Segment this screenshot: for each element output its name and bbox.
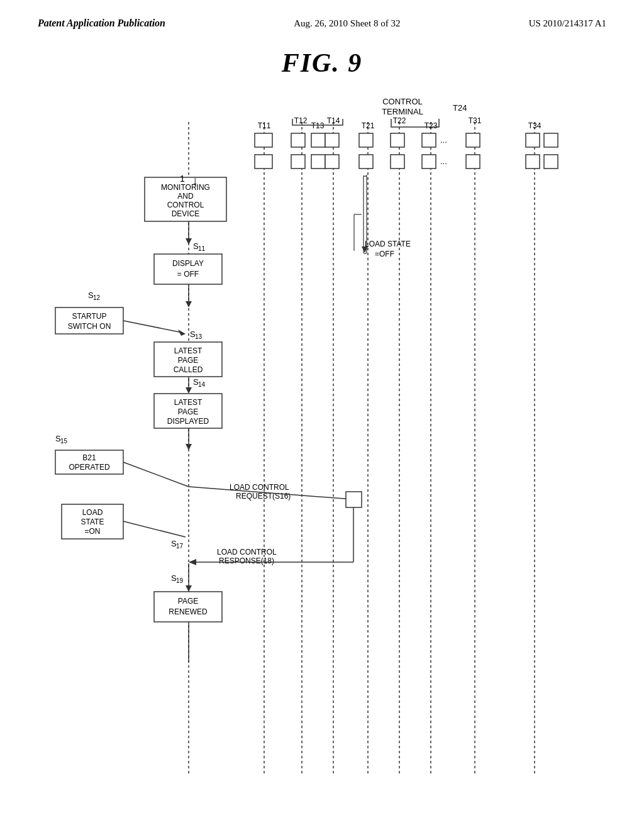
svg-rect-16 bbox=[466, 133, 480, 147]
svg-marker-37 bbox=[178, 329, 186, 336]
latest-page-disp3: DISPLAYED bbox=[167, 417, 209, 426]
b21-operated1: B21 bbox=[82, 453, 96, 462]
t22-label: T22 bbox=[393, 116, 406, 125]
svg-line-48 bbox=[123, 462, 189, 487]
monitoring-label4: DEVICE bbox=[172, 209, 200, 218]
svg-marker-31 bbox=[186, 238, 192, 245]
load-state-on2: STATE bbox=[81, 517, 104, 526]
dots1: ... bbox=[440, 135, 447, 145]
t11-label: T11 bbox=[258, 121, 271, 130]
svg-rect-11 bbox=[311, 133, 325, 147]
page-header: Patent Application Publication Aug. 26, … bbox=[0, 0, 644, 29]
svg-marker-43 bbox=[186, 444, 192, 450]
t14-label: T14 bbox=[327, 116, 340, 125]
header-patent-number: US 2010/214317 A1 bbox=[529, 18, 606, 29]
t13-label: T13 bbox=[311, 121, 325, 130]
svg-rect-14 bbox=[391, 133, 404, 147]
svg-rect-19 bbox=[255, 155, 272, 169]
svg-rect-10 bbox=[291, 133, 305, 147]
s15-sub: 15 bbox=[60, 438, 68, 445]
svg-rect-12 bbox=[325, 133, 339, 147]
svg-rect-52 bbox=[346, 492, 362, 507]
svg-rect-21 bbox=[311, 155, 325, 169]
svg-rect-20 bbox=[291, 155, 305, 169]
startup-switch2: SWITCH ON bbox=[68, 322, 111, 331]
load-control-resp1: LOAD CONTROL bbox=[217, 548, 277, 556]
monitoring-label3: CONTROL bbox=[167, 201, 204, 209]
svg-line-53 bbox=[123, 521, 186, 537]
s11-sub: 11 bbox=[198, 245, 206, 252]
monitoring-label2: AND bbox=[177, 192, 194, 201]
t24-label: T24 bbox=[453, 103, 467, 113]
startup-switch1: STARTUP bbox=[72, 312, 107, 321]
diagram-area: CONTROL TERMINAL T24 T11 T12 T13 T14 T21… bbox=[0, 84, 644, 807]
t21-label: T21 bbox=[362, 121, 375, 130]
control-terminal-label2: TERMINAL bbox=[382, 107, 423, 116]
svg-rect-24 bbox=[391, 155, 404, 169]
svg-marker-34 bbox=[186, 301, 192, 307]
figure-title: FIG. 9 bbox=[0, 48, 644, 78]
svg-rect-18 bbox=[544, 133, 558, 147]
load-state-on1: LOAD bbox=[82, 508, 103, 517]
monitoring-label1: MONITORING bbox=[161, 183, 210, 192]
display-off2: = OFF bbox=[177, 270, 199, 279]
page-renewed2: RENEWED bbox=[169, 607, 208, 616]
b21-operated2: OPERATED bbox=[69, 463, 109, 472]
diagram-svg: CONTROL TERMINAL T24 T11 T12 T13 T14 T21… bbox=[0, 84, 644, 807]
latest-page-called3: CALLED bbox=[174, 365, 203, 374]
s17-sub: 17 bbox=[176, 543, 184, 550]
svg-marker-40 bbox=[186, 387, 192, 394]
svg-rect-25 bbox=[422, 155, 436, 169]
device-1-label: 1 bbox=[180, 174, 185, 184]
svg-marker-58 bbox=[186, 585, 192, 592]
svg-rect-17 bbox=[526, 133, 540, 147]
dots3: ... bbox=[440, 157, 447, 166]
svg-rect-26 bbox=[466, 155, 480, 169]
svg-rect-27 bbox=[526, 155, 540, 169]
header-date-sheet: Aug. 26, 2010 Sheet 8 of 32 bbox=[294, 18, 400, 29]
page-renewed1: PAGE bbox=[178, 597, 198, 606]
s12-sub: 12 bbox=[93, 294, 101, 301]
s13-sub: 13 bbox=[195, 333, 203, 340]
latest-page-disp2: PAGE bbox=[178, 407, 198, 416]
t31-label: T31 bbox=[469, 116, 482, 125]
control-terminal-label: CONTROL bbox=[382, 97, 423, 106]
display-off1: DISPLAY bbox=[172, 259, 204, 268]
t34-label: T34 bbox=[528, 121, 541, 130]
header-publication-type: Patent Application Publication bbox=[38, 18, 165, 29]
latest-page-called2: PAGE bbox=[178, 356, 198, 365]
svg-rect-15 bbox=[422, 133, 436, 147]
s19-sub: 19 bbox=[176, 577, 184, 584]
svg-rect-13 bbox=[359, 133, 373, 147]
s14-sub: 14 bbox=[198, 381, 206, 388]
svg-rect-28 bbox=[544, 155, 558, 169]
load-state-off1: LOAD STATE bbox=[365, 240, 411, 248]
svg-line-36 bbox=[123, 321, 182, 333]
load-state-off2: =OFF bbox=[375, 250, 394, 258]
svg-marker-56 bbox=[189, 559, 196, 565]
t12-label: T12 bbox=[294, 116, 308, 125]
svg-rect-23 bbox=[359, 155, 373, 169]
load-state-on3: =ON bbox=[84, 527, 100, 536]
t23-label: T23 bbox=[425, 121, 438, 130]
load-control-req2: REQUEST(S16) bbox=[236, 492, 291, 501]
svg-rect-9 bbox=[255, 133, 272, 147]
load-control-resp2: RESPONSE(18) bbox=[219, 556, 274, 565]
svg-rect-22 bbox=[325, 155, 339, 169]
latest-page-called1: LATEST bbox=[174, 346, 203, 355]
latest-page-disp1: LATEST bbox=[174, 398, 203, 407]
arrow-label: ↓ bbox=[192, 174, 198, 187]
